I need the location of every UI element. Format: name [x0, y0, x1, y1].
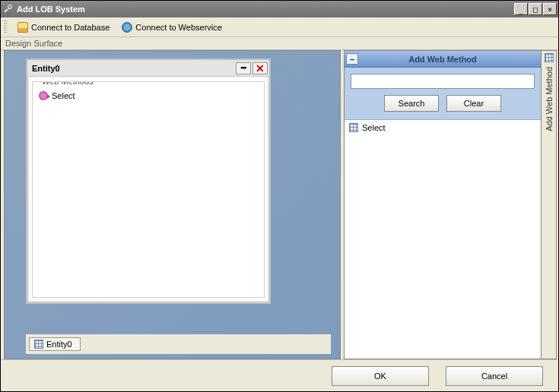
tabstrip-icon	[545, 53, 554, 62]
title-bar: Add LOB System _ □ ×	[1, 1, 558, 17]
toolbar-grip	[4, 21, 7, 34]
cancel-button[interactable]: Cancel	[446, 366, 543, 386]
list-item[interactable]: Select	[345, 120, 541, 135]
entity-body: Web Methods Select	[27, 77, 269, 302]
webservice-icon	[122, 22, 132, 33]
search-results-list[interactable]: Select	[345, 120, 541, 359]
design-surface[interactable]: Entity0 ━ ✕ Web Methods Select Entity0	[4, 50, 341, 359]
app-icon	[2, 4, 13, 14]
maximize-button[interactable]: □	[529, 3, 542, 15]
method-label: Select	[52, 91, 75, 100]
search-button[interactable]: Search	[384, 95, 439, 112]
table-icon	[349, 123, 358, 132]
tabstrip-label: Add Web Method	[545, 67, 554, 131]
design-surface-label: Design Surface	[5, 39, 62, 48]
entity-tab-icon	[34, 340, 43, 349]
method-item[interactable]: Select	[37, 90, 259, 102]
side-panel-search: Search Clear	[345, 68, 541, 120]
window-controls: _ □ ×	[513, 3, 557, 15]
connect-database-button[interactable]: Connect to Database	[14, 21, 113, 34]
close-button[interactable]: ×	[543, 3, 557, 15]
database-icon	[17, 22, 28, 33]
side-panel-collapse-button[interactable]: –	[346, 53, 358, 65]
design-surface-footer: Entity0	[26, 334, 331, 354]
connect-webservice-button[interactable]: Connect to Webservice	[119, 21, 225, 34]
entity-title: Entity0	[32, 64, 234, 73]
side-panel: – Add Web Method Search Clear Select Add…	[344, 50, 557, 359]
dialog-button-bar: OK Cancel	[1, 359, 558, 391]
web-methods-legend: Web Methods	[39, 81, 97, 86]
method-icon	[39, 91, 48, 100]
side-panel-header: – Add Web Method	[345, 51, 541, 68]
list-item-label: Select	[362, 123, 386, 132]
minimize-button[interactable]: _	[514, 3, 528, 15]
ok-button[interactable]: OK	[332, 366, 429, 386]
side-panel-title: Add Web Method	[408, 55, 477, 64]
entity-window[interactable]: Entity0 ━ ✕ Web Methods Select	[26, 58, 271, 304]
web-methods-group: Web Methods Select	[32, 81, 265, 298]
toolbar: Connect to Database Connect to Webservic…	[1, 17, 558, 37]
connect-database-label: Connect to Database	[31, 23, 110, 32]
add-web-method-panel: – Add Web Method Search Clear Select	[344, 50, 542, 359]
connect-webservice-label: Connect to Webservice	[135, 23, 222, 32]
design-surface-label-row: Design Surface	[1, 37, 558, 49]
entity-tab[interactable]: Entity0	[29, 337, 81, 351]
work-area: Entity0 ━ ✕ Web Methods Select Entity0	[1, 49, 558, 359]
clear-button[interactable]: Clear	[446, 95, 501, 112]
search-input[interactable]	[351, 74, 535, 89]
entity-close-button[interactable]: ✕	[253, 62, 268, 74]
entity-titlebar[interactable]: Entity0 ━ ✕	[27, 60, 269, 77]
entity-minimize-button[interactable]: ━	[236, 62, 251, 74]
side-panel-tabstrip[interactable]: Add Web Method	[542, 50, 557, 359]
window-title: Add LOB System	[15, 5, 513, 14]
entity-tab-label: Entity0	[46, 340, 72, 349]
